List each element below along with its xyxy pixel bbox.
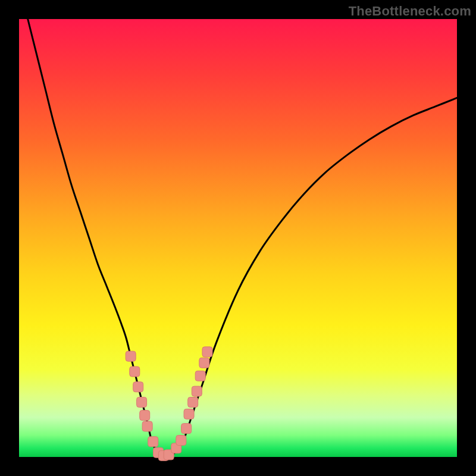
chart-stage: TheBottleneck.com: [0, 0, 476, 476]
watermark-text: TheBottleneck.com: [349, 4, 471, 19]
chart-plot-area: [19, 19, 457, 457]
